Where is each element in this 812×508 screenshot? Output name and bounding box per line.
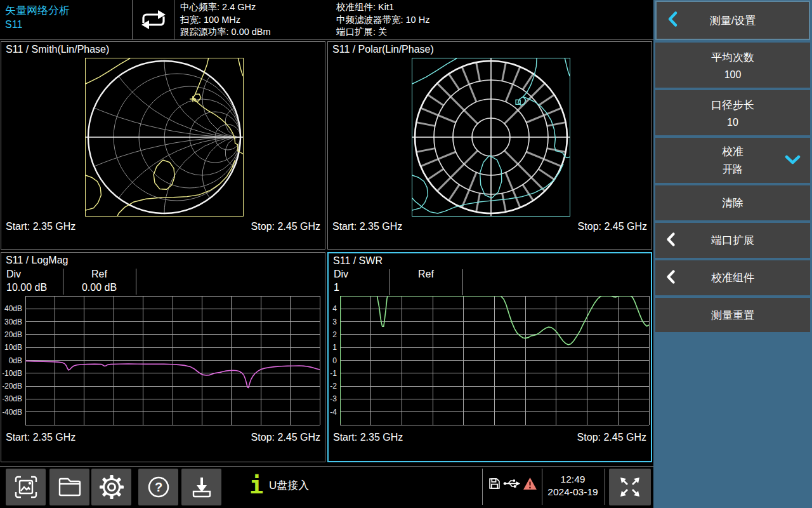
chevron-left-icon xyxy=(666,11,680,30)
info-icon: i xyxy=(249,472,263,500)
svg-text:-10dB: -10dB xyxy=(3,369,22,378)
svg-text:-40dB: -40dB xyxy=(3,408,22,417)
menu-calibration-dropdown[interactable]: 校准 开路 xyxy=(655,138,810,183)
menu-clear[interactable]: 清除 xyxy=(655,185,810,220)
smith-chart-panel[interactable]: S11 / Smith(Lin/Phase) Start: 2.35 GHz S… xyxy=(1,41,325,250)
file-manager-button[interactable] xyxy=(49,469,89,505)
if-bandwidth: 中频滤波器带宽: 10 Hz xyxy=(336,14,429,27)
svg-text:20dB: 20dB xyxy=(4,330,22,339)
stop-freq-label: Stop: 2.45 GHz xyxy=(251,432,320,443)
menu-item-value: 10 xyxy=(727,117,738,128)
cal-kit: 校准组件: Kit1 xyxy=(336,1,429,14)
menu-measure-reset[interactable]: 测量重置 xyxy=(655,298,810,332)
svg-text:-20dB: -20dB xyxy=(3,382,22,391)
menu-item-label: 校准组件 xyxy=(711,271,754,285)
logmag-chart-panel[interactable]: S11 / LogMag Div 10.00 dB Ref 0.00 dB 40… xyxy=(1,252,325,462)
div-label: Div xyxy=(6,269,21,280)
freq-range-labels: Start: 2.35 GHz Stop: 2.45 GHz xyxy=(332,221,647,232)
svg-text:30dB: 30dB xyxy=(4,318,22,326)
save-button[interactable] xyxy=(181,469,221,505)
svg-text:-2: -2 xyxy=(330,382,337,391)
panel-title: S11 / Polar(Lin/Phase) xyxy=(332,44,434,55)
menu-cal-kit[interactable]: 校准组件 xyxy=(655,260,810,295)
menu-item-value: 开路 xyxy=(723,163,743,177)
svg-text:40dB: 40dB xyxy=(4,304,22,313)
chevron-left-icon xyxy=(665,231,678,250)
start-freq-label: Start: 2.35 GHz xyxy=(332,221,402,232)
start-freq-label: Start: 2.35 GHz xyxy=(6,221,75,232)
gear-icon xyxy=(98,473,126,501)
cal-info-block: 校准组件: Kit1 中频滤波器带宽: 10 Hz 端口扩展: 关 xyxy=(336,1,429,39)
div-label: Div xyxy=(334,269,348,280)
svg-text:0: 0 xyxy=(332,356,337,365)
svg-text:-1: -1 xyxy=(330,369,337,378)
svg-text:10dB: 10dB xyxy=(4,343,22,352)
help-button[interactable]: ? xyxy=(138,469,178,505)
freq-range-labels: Start: 2.35 GHz Stop: 2.45 GHz xyxy=(6,432,320,443)
source-power: 跟踪源功率: 0.00 dBm xyxy=(180,26,271,39)
svg-text:2: 2 xyxy=(332,330,337,339)
menu-aperture-step[interactable]: 口径步长 10 xyxy=(655,90,810,135)
menu-item-label: 校准 xyxy=(722,144,743,159)
header-separator xyxy=(132,0,133,39)
ref-label: Ref xyxy=(63,269,136,280)
expand-arrows-icon xyxy=(615,472,645,502)
chevron-left-icon xyxy=(665,269,678,287)
header-separator xyxy=(174,0,174,39)
panel-title: S11 / SWR xyxy=(333,255,383,267)
port-extension-state: 端口扩展: 关 xyxy=(336,26,429,39)
ref-value: 0.00 dB xyxy=(63,282,136,293)
device-status-icons xyxy=(488,477,537,490)
stop-freq-label: Stop: 2.45 GHz xyxy=(578,221,647,232)
div-value: 1 xyxy=(334,282,339,293)
svg-text:?: ? xyxy=(154,480,162,494)
svg-text:-3: -3 xyxy=(330,394,337,403)
polar-chart-panel[interactable]: S11 / Polar(Lin/Phase) Start: 2.35 GHz S… xyxy=(327,41,652,250)
menu-item-label: 平均次数 xyxy=(711,50,754,65)
disk-icon xyxy=(488,478,501,490)
swr-chart: 43210-1-2-3-4 xyxy=(330,293,651,428)
app-title: 矢量网络分析 xyxy=(5,4,70,18)
menu-item-label: 端口扩展 xyxy=(711,233,754,248)
status-message: U盘接入 xyxy=(269,478,309,493)
center-frequency: 中心频率: 2.4 GHz xyxy=(180,1,271,14)
sweep-info-block: 中心频率: 2.4 GHz 扫宽: 100 MHz 跟踪源功率: 0.00 dB… xyxy=(180,1,271,39)
smith-chart xyxy=(84,57,244,217)
time-value: 12:49 xyxy=(543,473,603,486)
freq-range-labels: Start: 2.35 GHz Stop: 2.45 GHz xyxy=(333,432,646,443)
usb-icon xyxy=(503,478,520,490)
swr-chart-panel-active[interactable]: S11 / SWR Div 1 Ref 43210-1-2-3-4 Start:… xyxy=(327,252,652,462)
chart-grid: S11 / Smith(Lin/Phase) Start: 2.35 GHz S… xyxy=(0,40,653,466)
ref-label: Ref xyxy=(390,269,462,280)
screenshot-button[interactable] xyxy=(6,469,46,505)
clock: 12:49 2024-03-19 xyxy=(543,473,603,498)
status-bar: ? i U盘接入 xyxy=(0,466,653,508)
start-freq-label: Start: 2.35 GHz xyxy=(333,432,403,443)
statusbar-separator xyxy=(482,469,483,505)
svg-text:3: 3 xyxy=(332,318,337,326)
panel-title: S11 / LogMag xyxy=(6,255,68,266)
panel-title: S11 / Smith(Lin/Phase) xyxy=(6,44,109,55)
start-freq-label: Start: 2.35 GHz xyxy=(6,432,75,443)
statusbar-separator xyxy=(605,469,605,505)
settings-button[interactable] xyxy=(91,469,131,505)
svg-text:-30dB: -30dB xyxy=(3,394,22,403)
menu-item-label: 测量/设置 xyxy=(710,13,756,28)
menu-port-extension[interactable]: 端口扩展 xyxy=(655,223,810,258)
active-trace-label: S11 xyxy=(5,18,70,32)
menu-item-label: 清除 xyxy=(722,196,743,210)
vna-screen: 矢量网络分析 S11 中心频率: 2.4 GHz 扫宽: 100 MHz 跟踪源… xyxy=(0,0,812,508)
freq-range-labels: Start: 2.35 GHz Stop: 2.45 GHz xyxy=(6,221,320,232)
divref-separator xyxy=(136,269,136,295)
menu-average-count[interactable]: 平均次数 100 xyxy=(655,43,810,88)
menu-back-measure-setup[interactable]: 测量/设置 xyxy=(655,1,810,40)
soft-menu-sidebar: 测量/设置 平均次数 100 口径步长 10 校准 开路 清除 端口扩展 xyxy=(653,0,812,508)
date-value: 2024-03-19 xyxy=(543,486,603,498)
fullscreen-button[interactable] xyxy=(609,469,651,505)
menu-item-label: 口径步长 xyxy=(711,98,754,112)
divref-separator xyxy=(63,269,63,295)
sweep-repeat-icon[interactable] xyxy=(137,7,170,32)
statusbar-separator xyxy=(542,469,542,505)
divref-separator xyxy=(390,269,390,295)
save-icon xyxy=(188,473,216,501)
